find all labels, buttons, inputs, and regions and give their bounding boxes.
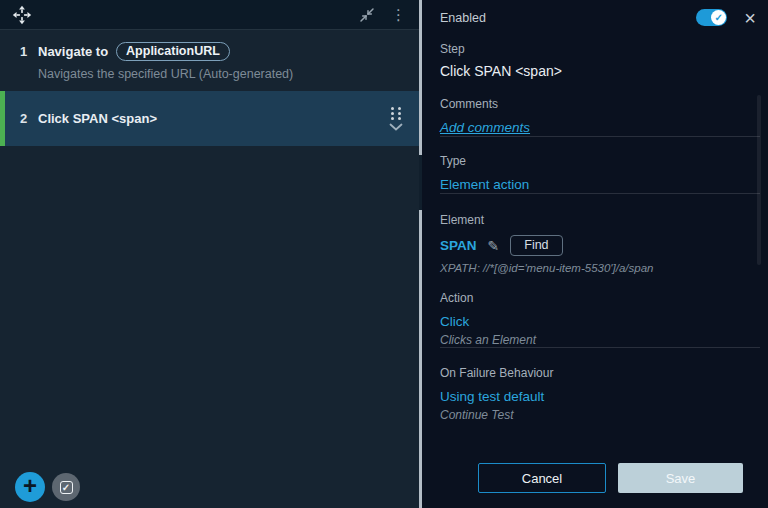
drag-handle-icon[interactable] [391,107,401,120]
steps-panel-header: ⋮ [0,0,419,30]
step-section-label: Step [440,42,768,56]
element-name-link[interactable]: SPAN [440,238,477,253]
step-title: Navigate to [38,44,108,59]
element-xpath: XPATH: //*[@id='menu-item-5530']/a/span [440,262,768,274]
on-failure-description: Continue Test [440,408,768,422]
step-subtitle: Navigates the specified URL (Auto-genera… [38,67,405,81]
action-section-label: Action [440,291,768,305]
step-name-value: Click SPAN <span> [440,63,768,79]
on-failure-section-label: On Failure Behaviour [440,366,768,380]
chevron-down-icon[interactable] [389,123,403,131]
step-number: 1 [20,42,38,81]
section-divider [440,347,760,348]
test-editor-window: ⋮ 1 Navigate to ApplicationURL Navigates… [0,0,768,508]
step-content: Navigate to ApplicationURL Navigates the… [38,42,405,81]
move-icon[interactable] [12,5,32,25]
step-number: 2 [20,111,38,126]
step-row-1[interactable]: 1 Navigate to ApplicationURL Navigates t… [0,30,419,91]
enabled-toggle[interactable]: ✓ [696,9,727,26]
cancel-button[interactable]: Cancel [478,463,606,493]
save-button[interactable]: Save [618,463,743,493]
section-divider [440,193,760,194]
section-divider [440,136,760,137]
element-section-label: Element [440,213,768,227]
param-chip-applicationurl[interactable]: ApplicationURL [116,42,230,61]
steps-panel: ⋮ 1 Navigate to ApplicationURL Navigates… [0,0,419,508]
kebab-menu-icon[interactable]: ⋮ [388,7,409,22]
action-value-selector[interactable]: Click [440,314,469,329]
step-title: Click SPAN <span> [38,111,389,126]
find-button[interactable]: Find [510,235,562,256]
panel-footer: Cancel Save [478,463,743,493]
add-comments-link[interactable]: Add comments [440,120,530,135]
pencil-edit-icon[interactable]: ✎ [488,238,500,254]
step-row-2-selected[interactable]: 2 Click SPAN <span> [0,91,419,146]
step-list: 1 Navigate to ApplicationURL Navigates t… [0,30,419,508]
type-value-selector[interactable]: Element action [440,177,529,192]
comments-section-label: Comments [440,97,768,111]
multi-select-button[interactable]: ✓ [52,473,80,501]
action-description: Clicks an Element [440,333,768,347]
steps-footer: + ✓ [15,472,80,502]
step-properties-panel: Enabled ✓ × Step Click SPAN <span> Comme… [422,0,768,508]
enabled-label: Enabled [440,11,696,25]
add-step-button[interactable]: + [15,472,45,502]
type-section-label: Type [440,154,768,168]
close-icon[interactable]: × [744,11,756,25]
collapse-icon[interactable] [359,7,375,23]
checkbox-icon: ✓ [60,481,73,494]
scrollbar-thumb[interactable] [757,95,761,265]
on-failure-value-selector[interactable]: Using test default [440,389,544,404]
toggle-check-icon: ✓ [711,10,726,25]
